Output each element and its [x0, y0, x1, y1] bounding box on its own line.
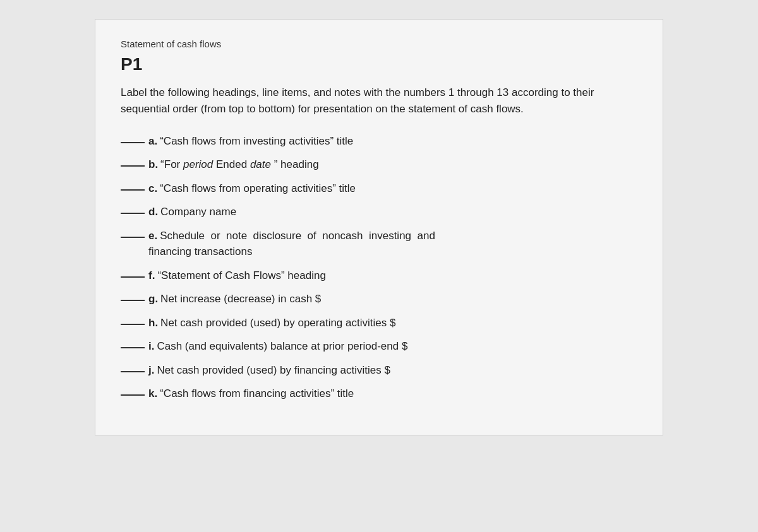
item-label-j: j. — [148, 362, 154, 379]
list-item: a. “Cash flows from investing activities… — [121, 133, 637, 150]
list-item: k. “Cash flows from financing activities… — [121, 386, 637, 402]
item-text-d: Company name — [160, 204, 637, 220]
item-label-i: i. — [148, 338, 154, 355]
list-item: h. Net cash provided (used) by operating… — [121, 315, 637, 331]
blank-line-j — [121, 371, 145, 372]
main-card: Statement of cash flows P1 Label the fol… — [95, 19, 663, 435]
blank-line-i — [121, 347, 145, 348]
item-label-f: f. — [148, 268, 155, 284]
item-text-a: “Cash flows from investing activities” t… — [160, 133, 637, 150]
subtitle: Statement of cash flows — [121, 38, 637, 49]
list-item: f. “Statement of Cash Flows” heading — [121, 268, 637, 284]
item-text-e-line1: Schedule or note disclosure of noncash i… — [160, 228, 435, 244]
item-label-c: c. — [148, 180, 157, 197]
item-label-d: d. — [148, 204, 158, 220]
blank-line-h — [121, 324, 145, 325]
item-text-k: “Cash flows from financing activities” t… — [160, 386, 637, 402]
list-item: e. Schedule or note disclosure of noncas… — [121, 228, 637, 260]
item-text-e-line2: financing transactions — [148, 244, 252, 260]
item-label-b: b. — [148, 157, 158, 173]
item-text-i: Cash (and equivalents) balance at prior … — [157, 338, 637, 355]
list-item: c. “Cash flows from operating activities… — [121, 180, 637, 197]
item-label-g: g. — [148, 291, 158, 307]
list-item: d. Company name — [121, 204, 637, 220]
item-label-e: e. — [148, 228, 157, 244]
list-item: i. Cash (and equivalents) balance at pri… — [121, 338, 637, 355]
blank-line-k — [121, 394, 145, 396]
list-item: g. Net increase (decrease) in cash $ — [121, 291, 637, 307]
blank-line-d — [121, 213, 145, 214]
items-list: a. “Cash flows from investing activities… — [121, 133, 637, 402]
blank-line-b — [121, 165, 145, 167]
item-label-h: h. — [148, 315, 158, 331]
blank-line-a — [121, 142, 145, 143]
item-text-g: Net increase (decrease) in cash $ — [160, 291, 637, 307]
item-text-b: “For period Ended date ” heading — [160, 157, 637, 173]
list-item: b. “For period Ended date ” heading — [121, 157, 637, 173]
item-label-k: k. — [148, 386, 157, 402]
instructions: Label the following headings, line items… — [121, 85, 637, 118]
blank-line-c — [121, 189, 145, 191]
item-text-c: “Cash flows from operating activities” t… — [160, 180, 637, 197]
item-label-a: a. — [148, 133, 157, 150]
blank-line-e — [121, 237, 145, 238]
blank-line-g — [121, 300, 145, 301]
item-text-j: Net cash provided (used) by financing ac… — [157, 362, 637, 379]
title: P1 — [121, 54, 637, 74]
blank-line-f — [121, 276, 145, 278]
item-e-first-line: e. Schedule or note disclosure of noncas… — [121, 228, 435, 244]
item-text-f: “Statement of Cash Flows” heading — [157, 268, 637, 284]
item-text-h: Net cash provided (used) by operating ac… — [160, 315, 637, 331]
list-item: j. Net cash provided (used) by financing… — [121, 362, 637, 379]
